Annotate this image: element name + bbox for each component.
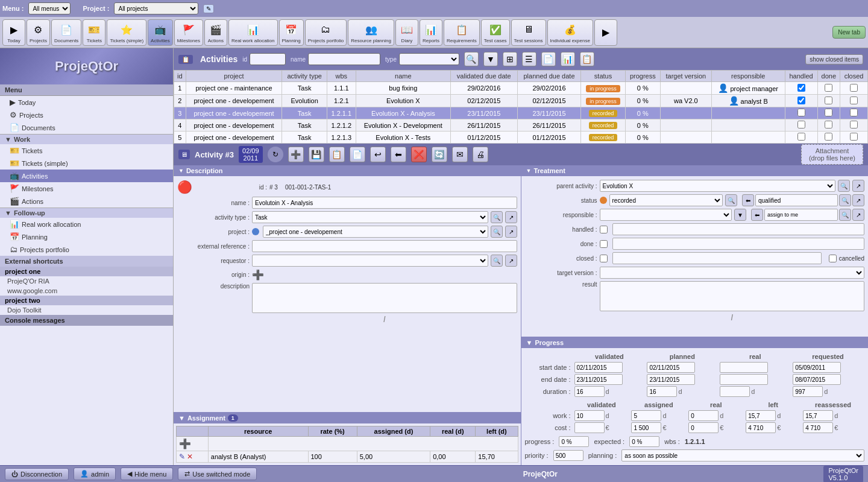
cell-handled[interactable]: [785, 107, 817, 119]
handled-date-input[interactable]: [612, 223, 865, 235]
hide-menu-button[interactable]: ◀ Hide menu: [121, 468, 173, 480]
work-validated-input[interactable]: [574, 410, 605, 421]
end-validated-input[interactable]: [574, 374, 623, 385]
start-planned-input[interactable]: [647, 362, 695, 373]
cell-done[interactable]: [817, 119, 840, 132]
detail-nav-button[interactable]: ⬅: [391, 147, 406, 162]
nav-planning[interactable]: 📅 Planning: [279, 19, 304, 46]
requestor-search-btn[interactable]: 🔍: [491, 255, 503, 267]
description-textarea[interactable]: [252, 283, 517, 313]
sidebar-item-documents[interactable]: 📄 Documents: [0, 121, 173, 134]
cancelled-checkbox[interactable]: [829, 255, 837, 262]
assign-link-btn[interactable]: ⬅: [751, 209, 763, 221]
detail-email-button[interactable]: ✉: [452, 147, 468, 162]
end-planned-input[interactable]: [647, 374, 695, 385]
nav-tickets-simple[interactable]: ⭐ Tickets (simple): [107, 19, 146, 46]
sidebar-item-tickets[interactable]: 🎫 Tickets: [0, 144, 173, 157]
sidebar-shortcut-dojo[interactable]: Dojo Toolkit: [0, 305, 173, 315]
menu-select[interactable]: All menus: [28, 2, 71, 14]
responsible-select[interactable]: [600, 209, 732, 221]
cell-closed[interactable]: [840, 132, 868, 144]
assign-nav-btn[interactable]: ↗: [852, 209, 864, 221]
handled-check[interactable]: [797, 121, 805, 128]
sidebar-item-tickets-simple[interactable]: 🎫 Tickets (simple): [0, 157, 173, 170]
excel-button[interactable]: 📊: [561, 52, 575, 66]
disconnect-button[interactable]: ⏻ Disconnection: [5, 468, 69, 480]
cost-left-input[interactable]: [746, 422, 776, 433]
activity-type-link-btn[interactable]: ↗: [505, 211, 517, 223]
duration-planned-input[interactable]: [647, 386, 677, 397]
nav-milestones[interactable]: 🚩 Milestones: [174, 19, 203, 46]
requestor-link-btn[interactable]: ↗: [505, 255, 517, 267]
table-row[interactable]: 1 project one - maintenance Task 1.1.1 b…: [174, 82, 868, 95]
project-form-select[interactable]: _project one - developement: [263, 226, 488, 238]
end-requested-input[interactable]: [793, 374, 841, 385]
status-search-btn[interactable]: 🔍: [725, 194, 737, 206]
cell-handled[interactable]: [785, 82, 817, 95]
requestor-select[interactable]: [252, 255, 488, 267]
work-real-input[interactable]: [688, 410, 719, 421]
grid-view-button[interactable]: ⊞: [503, 52, 517, 66]
detail-undo-button[interactable]: ↩: [370, 147, 386, 162]
target-version-select[interactable]: [600, 267, 865, 279]
sidebar-item-actions[interactable]: 🎬 Actions: [0, 195, 173, 208]
duration-real-input[interactable]: [720, 386, 750, 397]
cell-done[interactable]: [817, 95, 840, 107]
detail-copy-button[interactable]: 📋: [329, 147, 345, 162]
name-input[interactable]: [308, 53, 380, 65]
nav-individual-expense[interactable]: 💰 Individual expense: [547, 19, 593, 46]
done-checkbox[interactable]: [600, 240, 608, 248]
attachment-area[interactable]: Attachment (drop files here): [801, 144, 863, 165]
start-validated-input[interactable]: [574, 362, 623, 373]
sidebar-shortcut-projector[interactable]: ProjeQ'Or RIA: [0, 276, 173, 286]
sidebar-item-projects[interactable]: ⚙ Projects: [0, 109, 173, 121]
done-check[interactable]: [825, 84, 832, 92]
project-search-btn[interactable]: 🔍: [491, 226, 503, 238]
sidebar-item-activities[interactable]: 📺 Activities: [0, 170, 173, 182]
cell-handled[interactable]: [785, 95, 817, 107]
admin-button[interactable]: 👤 admin: [74, 468, 116, 480]
type-select[interactable]: [399, 53, 459, 65]
nav-requirements[interactable]: 📋 Requirements: [444, 19, 480, 46]
cell-closed[interactable]: [840, 82, 868, 95]
closed-date-input[interactable]: [612, 252, 822, 264]
cell-closed[interactable]: [840, 107, 868, 119]
start-real-input[interactable]: [720, 362, 768, 373]
assignment-add-btn[interactable]: ➕: [179, 439, 191, 449]
closed-check[interactable]: [850, 109, 858, 116]
cost-real-input[interactable]: [688, 422, 719, 433]
sidebar-section-work[interactable]: ▼ Work: [0, 134, 173, 144]
table-row[interactable]: 4 project one - developement Task 1.2.1.…: [174, 119, 868, 132]
detail-pdf-button[interactable]: 📄: [350, 147, 365, 162]
activity-type-search-btn[interactable]: 🔍: [491, 211, 503, 223]
closed-check[interactable]: [850, 97, 858, 104]
nav-reports[interactable]: 📊 Reports: [420, 19, 442, 46]
duration-requested-input[interactable]: [793, 386, 823, 397]
cell-closed[interactable]: [840, 95, 868, 107]
parent-activity-search-btn[interactable]: 🔍: [838, 180, 850, 192]
assign-input[interactable]: [764, 209, 838, 221]
cost-reassessed-input[interactable]: [803, 422, 833, 433]
nav-today[interactable]: ▶ Today: [2, 19, 25, 46]
qualified-search-btn[interactable]: 🔍: [839, 194, 851, 206]
project-link-btn[interactable]: ↗: [505, 226, 517, 238]
planning-select[interactable]: as soon as possible: [621, 449, 864, 461]
table-row[interactable]: 2 project one - developement Evolution 1…: [174, 95, 868, 107]
cost-assigned-input[interactable]: [631, 422, 661, 433]
cell-done[interactable]: [817, 132, 840, 144]
done-date-input[interactable]: [612, 238, 865, 250]
qualified-link-btn[interactable]: ⬅: [742, 194, 754, 206]
assign-search-btn[interactable]: 🔍: [839, 209, 851, 221]
sidebar-item-real-work[interactable]: 📊 Real work allocation: [0, 218, 173, 230]
handled-checkbox[interactable]: [600, 226, 608, 233]
sidebar-item-portfolio[interactable]: 🗂 Projects portfolio: [0, 243, 173, 256]
handled-check[interactable]: [797, 97, 805, 104]
priority-input[interactable]: [553, 450, 583, 461]
detail-print-button[interactable]: 🖨: [473, 147, 488, 162]
closed-check[interactable]: [850, 133, 858, 141]
activity-type-select[interactable]: Task: [252, 211, 488, 223]
handled-check[interactable]: [797, 84, 805, 92]
handled-check[interactable]: [797, 109, 805, 116]
done-check[interactable]: [825, 133, 832, 141]
filter-button[interactable]: ▼: [483, 52, 498, 66]
